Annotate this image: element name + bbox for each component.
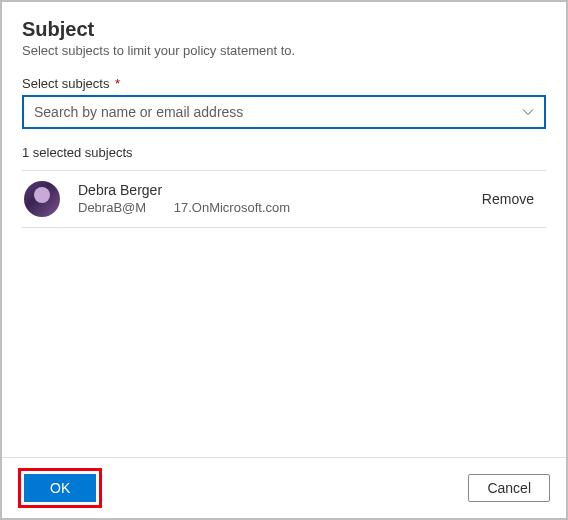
select-placeholder: Search by name or email address xyxy=(34,104,243,120)
selected-list: Debra Berger DebraB@M 17.OnMicrosoft.com… xyxy=(22,170,546,228)
page-subtitle: Select subjects to limit your policy sta… xyxy=(22,43,546,58)
selected-count: 1 selected subjects xyxy=(22,145,546,160)
ok-highlight: OK xyxy=(18,468,102,508)
avatar xyxy=(24,181,60,217)
ok-button[interactable]: OK xyxy=(24,474,96,502)
required-marker: * xyxy=(115,76,120,91)
person-info: Debra Berger DebraB@M 17.OnMicrosoft.com xyxy=(78,181,476,216)
chevron-down-icon xyxy=(522,106,534,118)
email-part2: 17.OnMicrosoft.com xyxy=(174,200,290,215)
remove-button[interactable]: Remove xyxy=(476,187,540,211)
person-name: Debra Berger xyxy=(78,181,476,199)
page-title: Subject xyxy=(22,18,546,41)
list-item: Debra Berger DebraB@M 17.OnMicrosoft.com… xyxy=(22,171,546,228)
field-label-text: Select subjects xyxy=(22,76,109,91)
cancel-button[interactable]: Cancel xyxy=(468,474,550,502)
subject-select[interactable]: Search by name or email address xyxy=(22,95,546,129)
person-email: DebraB@M 17.OnMicrosoft.com xyxy=(78,200,476,217)
email-part1: DebraB@M xyxy=(78,200,146,215)
field-label: Select subjects * xyxy=(22,76,546,91)
footer: OK Cancel xyxy=(2,457,566,518)
